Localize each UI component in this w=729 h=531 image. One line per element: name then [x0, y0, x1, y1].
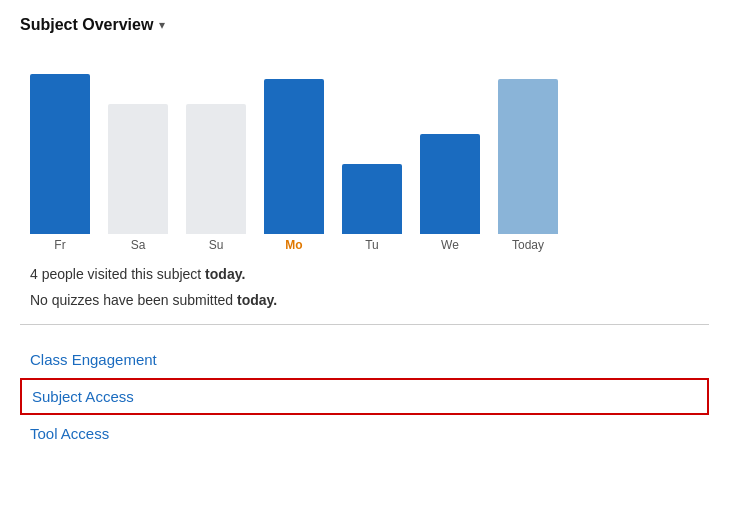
bar-group-su: Su	[186, 104, 246, 252]
bar-group-today: Today	[498, 79, 558, 252]
bar-sa	[108, 104, 168, 234]
bar-fr	[30, 74, 90, 234]
bar-group-fr: Fr	[30, 74, 90, 252]
bar-group-we: We	[420, 134, 480, 252]
bar-su	[186, 104, 246, 234]
bar-label-su: Su	[209, 238, 224, 252]
bar-label-mo: Mo	[285, 238, 302, 252]
page-title: Subject Overview	[20, 16, 153, 34]
page-header: Subject Overview ▾	[20, 16, 709, 34]
bar-label-tu: Tu	[365, 238, 379, 252]
bar-label-we: We	[441, 238, 459, 252]
bar-tu	[342, 164, 402, 234]
nav-links: Class EngagementSubject AccessTool Acces…	[20, 341, 709, 452]
bar-label-sa: Sa	[131, 238, 146, 252]
nav-link-class-engagement[interactable]: Class Engagement	[20, 341, 709, 378]
bar-mo	[264, 79, 324, 234]
bar-label-today: Today	[512, 238, 544, 252]
chevron-down-icon[interactable]: ▾	[159, 18, 165, 32]
bar-chart: FrSaSuMoTuWeToday	[20, 52, 709, 252]
section-divider	[20, 324, 709, 325]
visitors-stat: 4 people visited this subject today.	[30, 266, 709, 282]
nav-link-tool-access[interactable]: Tool Access	[20, 415, 709, 452]
stats-section: 4 people visited this subject today. No …	[30, 266, 709, 308]
bar-label-fr: Fr	[54, 238, 65, 252]
nav-link-subject-access[interactable]: Subject Access	[20, 378, 709, 415]
bar-group-tu: Tu	[342, 164, 402, 252]
quizzes-stat: No quizzes have been submitted today.	[30, 292, 709, 308]
bar-group-sa: Sa	[108, 104, 168, 252]
bar-we	[420, 134, 480, 234]
bar-group-mo: Mo	[264, 79, 324, 252]
bar-today	[498, 79, 558, 234]
